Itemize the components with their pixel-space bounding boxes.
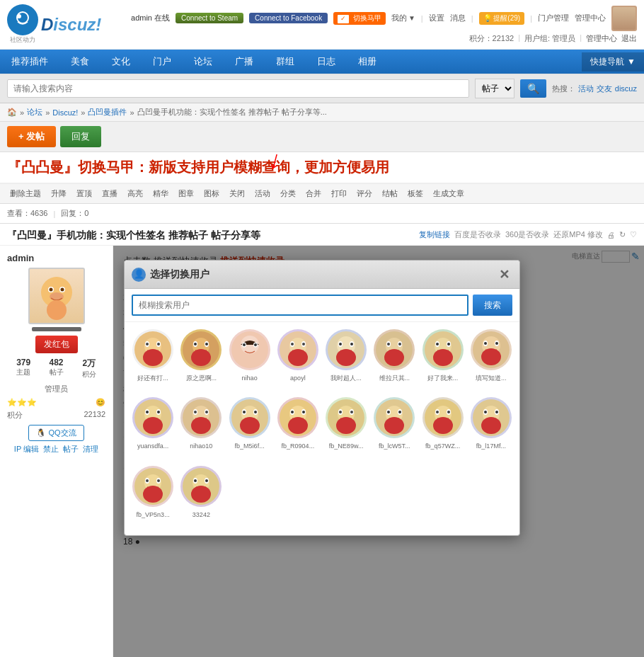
avatar-img-2 bbox=[229, 329, 270, 370]
user-item-17[interactable]: 33242 bbox=[180, 466, 222, 528]
steam-button[interactable]: Connect to Steam bbox=[176, 13, 243, 23]
hot-link-jiaoyou[interactable]: 交友 bbox=[597, 84, 612, 94]
post-button[interactable]: + 发帖 bbox=[7, 126, 56, 147]
share-icon[interactable]: ↻ bbox=[619, 230, 626, 239]
user-item-0[interactable]: 好还有打... bbox=[132, 329, 174, 392]
hot-link-huodong[interactable]: 活动 bbox=[578, 84, 594, 94]
print-icon[interactable]: 🖨 bbox=[607, 231, 615, 239]
hot-link-discuz[interactable]: discuz bbox=[615, 84, 637, 93]
sub-nav-icon[interactable]: 图标 bbox=[201, 187, 222, 200]
modal-close-button[interactable]: ✕ bbox=[496, 268, 512, 281]
sub-nav-stamp[interactable]: 图章 bbox=[176, 187, 197, 200]
sub-nav-live[interactable]: 直播 bbox=[99, 187, 120, 200]
sub-nav-category[interactable]: 分类 bbox=[277, 187, 299, 200]
svg-point-89 bbox=[291, 411, 294, 413]
modal-search-button[interactable]: 搜索 bbox=[473, 295, 512, 316]
svg-point-132 bbox=[205, 479, 208, 482]
nav-item-portal[interactable]: 门户 bbox=[142, 50, 183, 74]
nav-item-culture[interactable]: 文化 bbox=[100, 50, 142, 74]
user-item-2[interactable]: nihao bbox=[229, 329, 271, 392]
user-item-11[interactable]: fb_R0904... bbox=[277, 397, 319, 459]
sub-nav-print[interactable]: 打印 bbox=[328, 187, 350, 200]
user-item-10[interactable]: fb_M5i6f... bbox=[229, 397, 271, 459]
sub-nav-board-tag[interactable]: 板签 bbox=[405, 187, 426, 200]
username-display: admin bbox=[7, 253, 105, 263]
logout-link[interactable]: 退出 bbox=[621, 33, 637, 44]
user-item-13[interactable]: fb_lcW5T... bbox=[373, 397, 415, 459]
settings-link[interactable]: 设置 bbox=[429, 13, 444, 23]
nav-item-forum[interactable]: 论坛 bbox=[183, 50, 224, 74]
sub-nav-featured[interactable]: 精华 bbox=[150, 187, 171, 200]
svg-point-62 bbox=[495, 342, 498, 345]
reply-button[interactable]: 回复 bbox=[60, 126, 101, 147]
message-link[interactable]: 消息 bbox=[450, 13, 466, 23]
nav-item-broadcast[interactable]: 广播 bbox=[224, 50, 265, 74]
user-item-9[interactable]: nihao10 bbox=[180, 397, 222, 459]
user-item-7[interactable]: 填写知道... bbox=[470, 329, 512, 392]
nav-bar: 推荐插件 美食 文化 门户 论坛 广播 群组 日志 相册 快捷导航 ▼ bbox=[0, 50, 644, 74]
breadcrumb-discuz[interactable]: Discuz! bbox=[52, 108, 78, 117]
user-item-16[interactable]: fb_VP5n3... bbox=[132, 466, 174, 528]
sub-nav-score[interactable]: 评分 bbox=[354, 187, 375, 200]
site-name: Discuz! bbox=[41, 16, 101, 33]
user-item-8[interactable]: yuansdfa... bbox=[132, 397, 174, 459]
search-input[interactable] bbox=[7, 79, 469, 98]
sub-nav-merge[interactable]: 合并 bbox=[303, 187, 324, 200]
copy-link[interactable]: 复制链接 bbox=[419, 229, 450, 240]
qq-button[interactable]: 🐧 QQ交流 bbox=[28, 425, 84, 441]
search-select[interactable]: 帖子 bbox=[475, 79, 514, 98]
majia-button[interactable]: ✓ 切换马甲 bbox=[333, 12, 386, 25]
facebook-button[interactable]: Connect to Facebook bbox=[249, 13, 328, 23]
action-ip[interactable]: IP 编辑 bbox=[14, 444, 39, 455]
nav-item-album[interactable]: 相册 bbox=[347, 50, 388, 74]
score-row: 积分 22132 bbox=[7, 409, 105, 422]
avatar-img-12 bbox=[326, 397, 367, 438]
action-clear[interactable]: 清理 bbox=[83, 444, 98, 455]
quick-nav-button[interactable]: 快捷导航 ▼ bbox=[582, 52, 644, 72]
breadcrumb-plugin[interactable]: 凸凹曼插件 bbox=[88, 107, 127, 118]
sub-nav-close[interactable]: 关闭 bbox=[226, 187, 248, 200]
user-item-6[interactable]: 好了我来... bbox=[422, 329, 464, 392]
nav-item-tuijian[interactable]: 推荐插件 bbox=[0, 50, 59, 74]
home-icon[interactable]: 🏠 bbox=[7, 108, 17, 117]
user-item-15[interactable]: fb_l17Mf... bbox=[470, 397, 512, 459]
breadcrumb-forum[interactable]: 论坛 bbox=[27, 107, 42, 118]
group-display: 用户组: 管理员 bbox=[524, 33, 575, 44]
user-item-3[interactable]: apoyl bbox=[277, 329, 319, 392]
svg-point-40 bbox=[339, 343, 342, 345]
user-item-5[interactable]: 维拉只其... bbox=[373, 329, 415, 392]
search-button[interactable]: 🔍 bbox=[520, 79, 546, 98]
user-item-14[interactable]: fb_q57WZ... bbox=[422, 397, 464, 459]
user-item-1[interactable]: 原之恶啊... bbox=[180, 329, 222, 392]
sub-nav-sticky[interactable]: 置顶 bbox=[74, 187, 95, 200]
thread-header: 查看：4636 | 回复：0 bbox=[0, 204, 644, 224]
my-link[interactable]: 我的▼ bbox=[391, 13, 415, 23]
avatar-img-9 bbox=[180, 397, 222, 438]
portal-link[interactable]: 门户管理 bbox=[538, 13, 569, 23]
user-item-4[interactable]: 我时超人... bbox=[325, 329, 367, 392]
sub-nav-close2[interactable]: 结帖 bbox=[379, 187, 401, 200]
svg-point-49 bbox=[384, 349, 404, 366]
breadcrumb: 🏠 » 论坛 » Discuz! » 凸凹曼插件 » 凸凹曼手机功能：实现个性签… bbox=[0, 103, 644, 122]
nav-item-food[interactable]: 美食 bbox=[59, 50, 100, 74]
sub-nav-rank[interactable]: 升降 bbox=[48, 187, 69, 200]
modal-search-input[interactable] bbox=[132, 295, 468, 316]
sub-nav-highlight[interactable]: 高亮 bbox=[125, 187, 146, 200]
nav-item-diary[interactable]: 日志 bbox=[306, 50, 347, 74]
sub-nav-activity[interactable]: 活动 bbox=[252, 187, 273, 200]
admin-center-link[interactable]: 管理中心 bbox=[586, 33, 617, 44]
action-ban[interactable]: 禁止 bbox=[43, 444, 59, 455]
svg-point-104 bbox=[398, 411, 401, 413]
svg-point-14 bbox=[157, 343, 160, 345]
action-posts[interactable]: 帖子 bbox=[63, 444, 79, 455]
nav-item-group[interactable]: 群组 bbox=[265, 50, 306, 74]
sub-nav-delete[interactable]: 删除主题 bbox=[7, 187, 44, 200]
sub-nav-generate[interactable]: 生成文章 bbox=[430, 187, 467, 200]
admin-link[interactable]: 管理中心 bbox=[575, 13, 606, 23]
svg-point-91 bbox=[288, 417, 308, 434]
alert-button[interactable]: 💡 提醒(29) bbox=[479, 12, 525, 25]
user-item-12[interactable]: fb_NE89w... bbox=[325, 397, 367, 459]
logo-svg bbox=[12, 9, 33, 30]
red-packet-button[interactable]: 发红包 bbox=[35, 336, 78, 353]
fav-icon[interactable]: ♡ bbox=[630, 230, 637, 239]
